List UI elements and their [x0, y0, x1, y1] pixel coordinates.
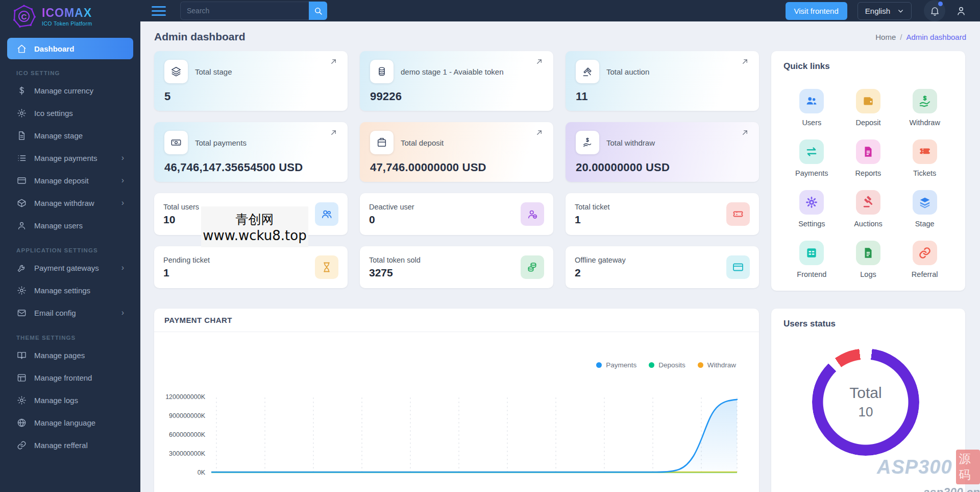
stat-title: Deactive user	[369, 203, 414, 211]
credit-card-icon	[16, 175, 27, 185]
arrow-up-right-icon[interactable]	[741, 58, 749, 65]
page-title: Admin dashboard	[154, 31, 246, 43]
quick-link-frontend[interactable]: Frontend	[797, 241, 826, 278]
stat-title: Total token sold	[369, 256, 421, 264]
quick-link-tickets[interactable]: Tickets	[913, 139, 937, 177]
stat-card-total-token-sold[interactable]: Total token sold 3275	[360, 246, 553, 288]
breadcrumb: Home / Admin dashboard	[875, 33, 966, 41]
search-button[interactable]	[309, 2, 327, 20]
sidebar-item-manage-frontend[interactable]: Manage frontend	[7, 366, 133, 389]
wrench-icon	[16, 263, 27, 273]
sidebar-item-manage-currency[interactable]: Manage currency	[7, 79, 133, 102]
legend-withdraw[interactable]: Withdraw	[698, 361, 736, 369]
user-icon	[16, 220, 27, 230]
hamburger-menu-icon[interactable]	[152, 6, 166, 16]
logo[interactable]: C ICOMAX ICO Token Platform	[0, 0, 140, 33]
sidebar-item-label: Manage frontend	[34, 373, 92, 382]
stat-card-total-stage[interactable]: Total stage 5	[154, 51, 348, 111]
coins-icon	[521, 255, 544, 279]
home-icon	[16, 43, 27, 54]
quick-link-payments[interactable]: Payments	[795, 139, 828, 177]
quick-link-referral[interactable]: Referral	[912, 241, 938, 278]
search-icon	[314, 7, 323, 15]
sidebar-item-manage-logs[interactable]: Manage logs	[7, 389, 133, 411]
stat-card-offline-gateway[interactable]: Offline gateway 2	[566, 246, 759, 288]
donut-center-label: Total	[849, 384, 881, 402]
quick-link-deposit[interactable]: Deposit	[855, 89, 880, 127]
quick-link-reports[interactable]: Reports	[855, 139, 881, 177]
sidebar-item-manage-language[interactable]: Manage language	[7, 411, 133, 434]
language-select[interactable]: English	[857, 2, 912, 20]
search-bar	[180, 2, 327, 20]
chevron-down-icon	[897, 8, 904, 14]
stat-card-total-withdraw[interactable]: Total withdraw 20.00000000 USD	[566, 122, 759, 182]
stat-value: 20.00000000 USD	[576, 161, 749, 174]
sidebar-item-manage-payments[interactable]: Manage payments ›	[7, 147, 133, 169]
dollar-icon	[16, 85, 27, 96]
sidebar-item-manage-withdraw[interactable]: Manage withdraw ›	[7, 192, 133, 214]
profile-button[interactable]	[955, 5, 967, 16]
quick-link-logs[interactable]: Logs	[856, 241, 880, 278]
sidebar-item-manage-users[interactable]: Manage users	[7, 214, 133, 237]
quick-link-settings[interactable]: Settings	[798, 190, 825, 228]
search-input[interactable]	[180, 2, 309, 20]
sidebar-item-dashboard[interactable]: Dashboard	[7, 38, 133, 59]
visit-frontend-button[interactable]: Visit frontend	[786, 2, 847, 20]
arrow-up-right-icon[interactable]	[330, 58, 337, 65]
arrow-up-right-icon[interactable]	[535, 58, 543, 65]
arrow-up-right-icon[interactable]	[535, 129, 543, 136]
chart-legend: Payments Deposits Withdraw	[596, 361, 736, 369]
users-status-panel: Users status Total 10	[771, 309, 965, 492]
notifications-button[interactable]	[924, 0, 945, 21]
legend-dot-payments	[596, 362, 602, 368]
sidebar-item-label: Dashboard	[34, 44, 74, 53]
sidebar-item-manage-refferal[interactable]: Manage refferal	[7, 434, 133, 456]
sidebar-item-manage-deposit[interactable]: Manage deposit ›	[7, 169, 133, 192]
layers-icon	[913, 190, 937, 215]
stat-title: Total withdraw	[606, 138, 655, 147]
link-icon	[16, 440, 27, 450]
sidebar-item-label: Manage language	[34, 418, 95, 427]
sidebar: C ICOMAX ICO Token Platform Dashboard IC…	[0, 0, 140, 492]
sidebar-item-manage-settings[interactable]: Manage settings	[7, 279, 133, 301]
stat-title: Total payments	[195, 138, 247, 147]
stat-card-available-token[interactable]: demo stage 1 - Avaiable token 99226	[360, 51, 553, 111]
sidebar-item-email-config[interactable]: Email config ›	[7, 301, 133, 324]
users-icon	[799, 89, 824, 113]
legend-deposits[interactable]: Deposits	[649, 361, 685, 369]
sidebar-item-manage-pages[interactable]: Manage pages	[7, 344, 133, 366]
sidebar-item-label: Manage refferal	[34, 441, 88, 450]
legend-payments[interactable]: Payments	[596, 361, 636, 369]
arrow-up-right-icon[interactable]	[330, 129, 337, 136]
stat-card-pending-ticket[interactable]: Pending ticket 1	[154, 246, 348, 288]
card-icon	[726, 255, 750, 279]
gear-icon	[799, 190, 824, 215]
stat-card-total-ticket[interactable]: Total ticket 1	[566, 193, 759, 235]
app-name: ICOMAX	[42, 6, 92, 20]
sidebar-nav: Dashboard ICO SETTING Manage currency Ic…	[0, 38, 140, 456]
stat-card-deactive-user[interactable]: Deactive user 0	[360, 193, 553, 235]
stat-card-total-auction[interactable]: Total auction 11	[566, 51, 759, 111]
stat-value: 3275	[369, 267, 421, 279]
quick-link-withdraw[interactable]: Withdraw	[909, 89, 940, 127]
layers-icon	[164, 60, 188, 83]
stat-card-total-deposit[interactable]: Total deposit 47,746.00000000 USD	[360, 122, 553, 182]
log-file-icon	[856, 241, 880, 265]
hourglass-icon	[315, 255, 338, 279]
sidebar-item-ico-settings[interactable]: Ico settings	[7, 102, 133, 124]
quick-link-auctions[interactable]: Auctions	[854, 190, 883, 228]
user-minus-icon	[521, 202, 544, 226]
line-chart-plot[interactable]	[211, 395, 749, 476]
stat-title: Total auction	[606, 67, 649, 76]
stat-card-total-users[interactable]: Total users 10	[154, 193, 348, 235]
section-application-settings: APPLICATION SETTINGS	[0, 244, 140, 256]
sidebar-item-payment-gateways[interactable]: Payment gateways ›	[7, 256, 133, 279]
quick-link-users[interactable]: Users	[799, 89, 824, 127]
users-icon	[315, 202, 338, 226]
stat-card-total-payments[interactable]: Total payments 46,746,147.35654500 USD	[154, 122, 348, 182]
sidebar-item-manage-stage[interactable]: Manage stage	[7, 124, 133, 147]
arrow-up-right-icon[interactable]	[741, 129, 749, 136]
stat-value: 5	[164, 90, 337, 103]
breadcrumb-home-link[interactable]: Home	[875, 33, 896, 41]
quick-link-stage[interactable]: Stage	[913, 190, 937, 228]
